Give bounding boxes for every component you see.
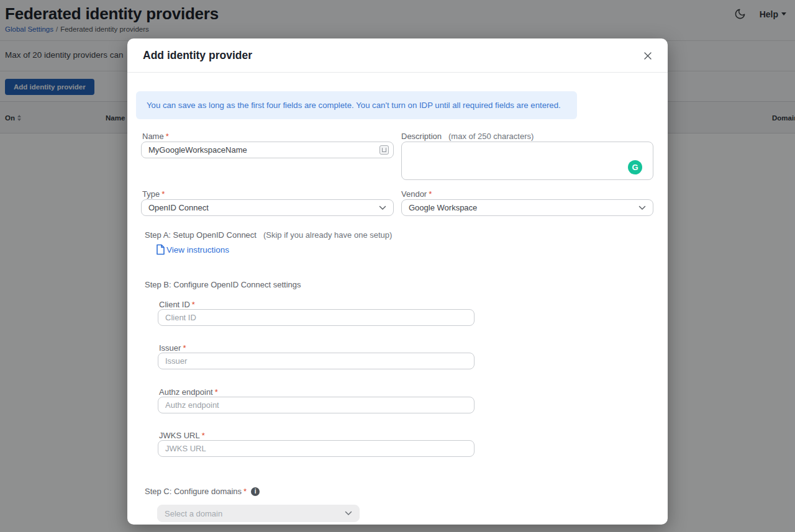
info-icon[interactable]: i	[251, 487, 260, 496]
modal-header: Add identity provider	[127, 38, 668, 73]
add-identity-provider-modal: Add identity provider You can save as lo…	[127, 38, 668, 525]
type-select-value: OpenID Connect	[148, 203, 379, 212]
vendor-select[interactable]: Google Workspace	[401, 199, 653, 216]
chevron-down-icon	[638, 205, 646, 210]
client-id-label: Client ID*	[159, 300, 195, 309]
view-instructions-label: View instructions	[166, 245, 229, 255]
jwks-url-label: JWKS URL*	[159, 431, 205, 440]
jwks-url-input[interactable]	[158, 440, 475, 457]
autofill-icon[interactable]	[379, 145, 389, 155]
type-label: Type*	[142, 189, 165, 199]
step-a-hint: (Skip if you already have one setup)	[263, 230, 392, 240]
required-asterisk: *	[429, 189, 432, 199]
domain-select[interactable]: Select a domain	[157, 505, 360, 522]
close-icon[interactable]	[642, 50, 654, 62]
issuer-input[interactable]	[158, 353, 475, 369]
required-asterisk: *	[243, 487, 247, 496]
required-asterisk: *	[161, 189, 165, 199]
required-asterisk: *	[166, 132, 169, 141]
chevron-down-icon	[379, 205, 386, 210]
grammarly-icon[interactable]: G	[628, 160, 642, 174]
info-banner: You can save as long as the first four f…	[136, 91, 577, 119]
authz-endpoint-label: Authz endpoint*	[159, 387, 218, 397]
description-textarea[interactable]	[401, 142, 653, 180]
modal-title: Add identity provider	[143, 49, 252, 62]
vendor-label: Vendor*	[401, 189, 432, 199]
name-label: Name*	[142, 132, 169, 141]
domain-select-placeholder: Select a domain	[165, 509, 345, 518]
client-id-input[interactable]	[158, 309, 475, 326]
required-asterisk: *	[183, 343, 186, 353]
description-hint: (max of 250 characters)	[448, 132, 534, 141]
issuer-label: Issuer*	[159, 343, 186, 353]
required-asterisk: *	[215, 387, 218, 397]
name-input[interactable]	[141, 142, 394, 158]
info-banner-text: You can save as long as the first four f…	[147, 101, 561, 110]
step-b-heading: Step B: Configure OpenID Connect setting…	[145, 280, 301, 289]
step-c-heading: Step C: Configure domains* i	[145, 487, 260, 496]
authz-endpoint-input[interactable]	[158, 397, 475, 413]
vendor-select-value: Google Workspace	[409, 203, 638, 212]
description-label: Description(max of 250 characters)	[401, 132, 534, 141]
type-select[interactable]: OpenID Connect	[141, 199, 394, 216]
step-a-heading: Step A: Setup OpenID Connect(Skip if you…	[145, 230, 392, 240]
required-asterisk: *	[192, 300, 195, 309]
app-root: Federated identity providers Global Sett…	[0, 0, 795, 532]
document-icon	[156, 244, 165, 255]
view-instructions-link[interactable]: View instructions	[156, 244, 229, 255]
chevron-down-icon	[345, 511, 352, 516]
required-asterisk: *	[202, 431, 205, 440]
